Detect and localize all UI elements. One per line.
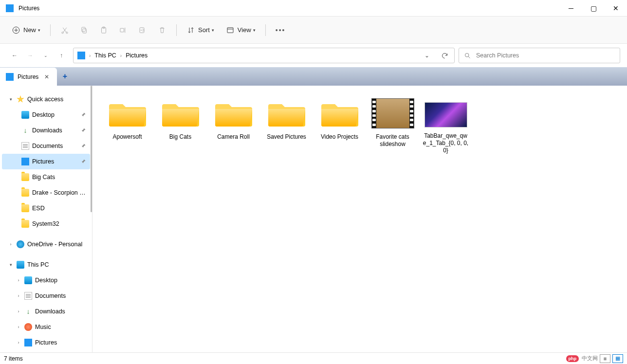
sidebar-item-big-cats[interactable]: Big Cats [2, 169, 90, 185]
clipboard-icon [99, 26, 108, 35]
address-dropdown-button[interactable]: ⌄ [420, 49, 434, 62]
php-badge: php [566, 355, 579, 362]
sidebar-item-pc-music[interactable]: ›Music [2, 319, 90, 335]
scissors-icon [60, 26, 69, 35]
sidebar-item-pc-desktop[interactable]: ›Desktop [2, 273, 90, 288]
sort-button[interactable]: Sort ▾ [182, 21, 219, 39]
sidebar-label: Pictures [32, 158, 78, 165]
pin-icon [81, 127, 86, 134]
chevron-down-icon: ▾ [8, 262, 14, 267]
item-count: 7 items [4, 355, 23, 362]
copy-icon [80, 26, 89, 35]
chevron-down-icon: ▾ [8, 97, 14, 102]
tab-pictures[interactable]: Pictures ✕ [0, 68, 57, 86]
new-tab-button[interactable]: + [57, 67, 73, 86]
folder-item[interactable]: Big Cats [157, 96, 203, 154]
pic-icon [21, 158, 29, 165]
sidebar-item-quick-access[interactable]: ▾ Quick access [2, 91, 90, 107]
chevron-right-icon: › [16, 309, 21, 314]
sidebar-item-drake-scorpion-320-[interactable]: Drake - Scorpion (320) [2, 185, 90, 200]
search-box[interactable] [459, 48, 620, 63]
breadcrumb-root[interactable]: This PC [94, 52, 116, 59]
folder-item[interactable]: Saved Pictures [263, 96, 310, 154]
chevron-right-icon: › [16, 340, 21, 345]
sidebar-item-this-pc[interactable]: ▾ This PC [2, 257, 90, 273]
sidebar-item-onedrive[interactable]: › OneDrive - Personal [2, 237, 90, 252]
file-item-video[interactable]: Favorite cats slideshow [369, 96, 416, 154]
sidebar-item-documents[interactable]: Documents [2, 138, 90, 154]
image-thumbnail [424, 102, 467, 127]
up-button[interactable]: ↑ [54, 48, 69, 63]
recent-button[interactable]: ⌄ [38, 48, 54, 63]
refresh-icon [441, 52, 448, 59]
forward-button[interactable]: → [22, 48, 38, 63]
sidebar-item-esd[interactable]: ESD [2, 200, 90, 216]
sidebar-item-pictures[interactable]: Pictures [2, 154, 90, 169]
chevron-right-icon: › [16, 325, 21, 329]
sidebar-label: Pictures [35, 339, 86, 346]
main: ▾ Quick access Desktop↓DownloadsDocument… [0, 86, 627, 352]
search-input[interactable] [476, 52, 615, 59]
thumbnails-view-button[interactable]: ▦ [612, 354, 623, 363]
folder-item[interactable]: Apowersoft [104, 96, 150, 154]
file-item-image[interactable]: TabBar_qwe_qwe_1_Tab_{0, 0, 0, 0} [423, 96, 469, 154]
folder-icon [162, 98, 199, 128]
statusbar: 7 items php 中文网 ≡ ▦ [0, 352, 627, 364]
folder-item[interactable]: Camera Roll [210, 96, 257, 154]
tabbar: Pictures ✕ + [0, 67, 627, 86]
minimize-button[interactable]: ─ [560, 0, 582, 16]
svg-rect-4 [82, 27, 86, 32]
more-button[interactable]: ••• [271, 21, 291, 39]
star-icon [17, 95, 24, 103]
address-bar[interactable]: › This PC › Pictures ⌄ [73, 48, 455, 63]
new-button[interactable]: New ▾ [7, 21, 45, 39]
navbar: ← → ⌄ ↑ › This PC › Pictures ⌄ [0, 44, 627, 67]
details-view-button[interactable]: ≡ [600, 354, 610, 363]
svg-rect-7 [120, 28, 124, 32]
svg-rect-9 [227, 27, 233, 33]
pin-icon [81, 112, 86, 118]
share-button[interactable] [133, 21, 152, 39]
sidebar-label: Quick access [27, 96, 86, 103]
more-icon: ••• [276, 26, 286, 34]
sidebar-item-system32[interactable]: System32 [2, 216, 90, 232]
chevron-right-icon: › [16, 278, 21, 283]
file-label: Favorite cats slideshow [369, 133, 416, 148]
watermark-text: 中文网 [582, 355, 598, 362]
folder-icon [109, 98, 146, 128]
pictures-icon [6, 73, 14, 81]
back-button[interactable]: ← [7, 48, 22, 63]
refresh-button[interactable] [438, 49, 451, 62]
scrollbar[interactable] [91, 86, 92, 212]
paste-button[interactable] [94, 21, 113, 39]
sidebar-label: System32 [32, 220, 86, 227]
breadcrumb-leaf[interactable]: Pictures [126, 52, 148, 59]
view-button[interactable]: View ▾ [221, 21, 260, 39]
cut-button[interactable] [55, 21, 74, 39]
folder-item[interactable]: Video Projects [316, 96, 363, 154]
sidebar-item-desktop[interactable]: Desktop [2, 107, 90, 123]
sidebar-item-pc-documents[interactable]: ›Documents [2, 288, 90, 304]
sidebar-label: Desktop [35, 277, 86, 284]
folder-icon [321, 98, 358, 128]
copy-button[interactable] [75, 21, 93, 39]
folder-label: Big Cats [169, 133, 191, 141]
close-button[interactable]: ✕ [605, 0, 627, 16]
sidebar-label: Drake - Scorpion (320) [32, 189, 86, 196]
pin-icon [81, 143, 86, 149]
folder-icon [21, 173, 29, 181]
folder-label: Saved Pictures [267, 133, 306, 141]
pictures-icon [77, 52, 85, 59]
maximize-button[interactable]: ▢ [582, 0, 605, 16]
sidebar-label: Big Cats [32, 174, 86, 181]
content-pane[interactable]: ApowersoftBig CatsCamera RollSaved Pictu… [92, 86, 627, 352]
sidebar-item-pc-pictures[interactable]: ›Pictures [2, 335, 90, 350]
sidebar-label: This PC [27, 261, 86, 268]
window-title: Pictures [18, 5, 560, 12]
delete-button[interactable] [153, 21, 171, 39]
sidebar-item-pc-downloads[interactable]: ›↓Downloads [2, 304, 90, 319]
tab-close-button[interactable]: ✕ [42, 73, 51, 80]
rename-button[interactable] [114, 21, 132, 39]
sidebar-label: OneDrive - Personal [27, 241, 86, 248]
sidebar-item-downloads[interactable]: ↓Downloads [2, 123, 90, 138]
